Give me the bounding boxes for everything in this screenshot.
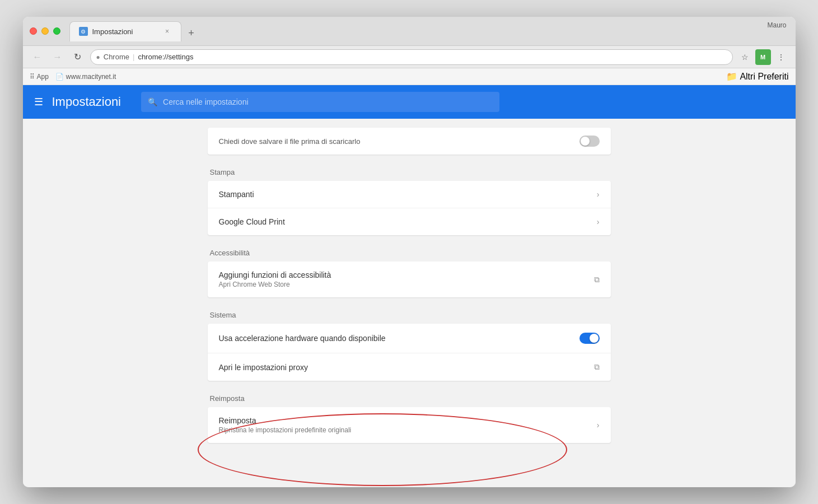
- tab-title: Impostazioni: [92, 27, 158, 36]
- search-icon: 🔍: [148, 97, 157, 106]
- accessibility-item[interactable]: Aggiungi funzioni di accessibilità Apri …: [208, 262, 611, 297]
- menu-button[interactable]: ⋮: [773, 49, 789, 65]
- bookmark-macitynet[interactable]: 📄 www.macitynet.it: [55, 73, 116, 81]
- download-toggle[interactable]: [579, 136, 600, 147]
- reload-button[interactable]: ↻: [70, 49, 86, 65]
- reimposta-sublabel: Ripristina le impostazioni predefinite o…: [219, 426, 352, 434]
- extension-button[interactable]: M: [755, 49, 771, 65]
- accessibility-external-icon: ⧉: [594, 275, 600, 284]
- accessibilita-section-card: Aggiungi funzioni di accessibilità Apri …: [208, 262, 611, 297]
- settings-header: ☰ Impostazioni 🔍 Cerca nelle impostazion…: [23, 85, 796, 119]
- reimposta-text: Reimposta Ripristina le impostazioni pre…: [219, 416, 352, 434]
- bookmark-star-button[interactable]: ☆: [737, 49, 753, 65]
- toolbar: ← → ↻ ● Chrome | chrome://settings ☆ M ⋮: [23, 46, 796, 68]
- browser-window: ⚙ Impostazioni × + Mauro ← → ↻ ● Chrome …: [23, 17, 796, 487]
- bookmark-macitynet-label: www.macitynet.it: [66, 73, 116, 81]
- sistema-section-header: Sistema: [208, 311, 611, 319]
- bookmark-app-label: App: [37, 73, 49, 81]
- address-url: chrome://settings: [138, 53, 726, 61]
- accessibilita-section-header: Accessibilità: [208, 249, 611, 257]
- tab-favicon: ⚙: [79, 27, 88, 36]
- cloud-print-chevron: ›: [597, 217, 600, 226]
- back-button[interactable]: ←: [30, 49, 45, 65]
- settings-content: Chiedi dove salvare il file prima di sca…: [23, 119, 796, 487]
- partial-download-label: Chiedi dove salvare il file prima di sca…: [219, 137, 361, 146]
- forward-button[interactable]: →: [50, 49, 66, 65]
- accessibility-sublabel: Apri Chrome Web Store: [219, 281, 331, 288]
- folder-icon: 📁: [726, 71, 737, 82]
- title-bar: ⚙ Impostazioni × + Mauro: [23, 17, 796, 46]
- sistema-section-card: Usa accelerazione hardware quando dispon…: [208, 324, 611, 381]
- bookmarks-folder[interactable]: 📁 Altri Preferiti: [726, 71, 788, 82]
- address-divider: |: [133, 53, 134, 61]
- proxy-settings-item[interactable]: Apri le impostazioni proxy ⧉: [208, 353, 611, 381]
- stampanti-label: Stampanti: [219, 190, 254, 199]
- address-bar[interactable]: ● Chrome | chrome://settings: [90, 49, 733, 65]
- new-tab-button[interactable]: +: [184, 26, 199, 41]
- stampanti-chevron: ›: [597, 190, 600, 199]
- partial-download-item[interactable]: Chiedi dove salvare il file prima di sca…: [208, 128, 611, 155]
- page-icon: 📄: [55, 73, 64, 81]
- secure-icon: ●: [96, 53, 100, 61]
- hamburger-icon[interactable]: ☰: [34, 96, 43, 108]
- settings-body: Chiedi dove salvare il file prima di sca…: [197, 119, 622, 465]
- reimposta-chevron: ›: [597, 421, 600, 430]
- stampa-section-card: Stampanti › Google Cloud Print ›: [208, 181, 611, 235]
- proxy-external-icon: ⧉: [594, 362, 600, 372]
- minimize-traffic-light[interactable]: [41, 27, 49, 35]
- cloud-print-label: Google Cloud Print: [219, 217, 285, 226]
- reimposta-section-header: Reimposta: [208, 394, 611, 403]
- bookmarks-bar: ⠿ App 📄 www.macitynet.it 📁 Altri Preferi…: [23, 68, 796, 85]
- user-profile-name: Mauro: [767, 21, 786, 29]
- proxy-settings-label: Apri le impostazioni proxy: [219, 363, 308, 372]
- accessibility-text: Aggiungi funzioni di accessibilità Apri …: [219, 270, 331, 288]
- tab-close-button[interactable]: ×: [163, 27, 172, 36]
- settings-search-placeholder: Cerca nelle impostazioni: [163, 97, 249, 106]
- bookmarks-folder-label: Altri Preferiti: [740, 72, 788, 82]
- reimposta-item[interactable]: Reimposta Ripristina le impostazioni pre…: [208, 407, 611, 443]
- stampanti-item[interactable]: Stampanti ›: [208, 181, 611, 208]
- active-tab[interactable]: ⚙ Impostazioni ×: [69, 21, 181, 41]
- traffic-lights: [30, 27, 60, 35]
- hardware-acceleration-item[interactable]: Usa accelerazione hardware quando dispon…: [208, 324, 611, 353]
- settings-page-title: Impostazioni: [52, 95, 121, 109]
- reset-section-wrapper: Reimposta Reimposta Ripristina le impost…: [208, 394, 611, 443]
- hardware-acceleration-toggle[interactable]: [579, 333, 600, 344]
- hardware-acceleration-label: Usa accelerazione hardware quando dispon…: [219, 334, 386, 343]
- tab-area: ⚙ Impostazioni × +: [69, 21, 789, 41]
- stampa-section-header: Stampa: [208, 168, 611, 176]
- toolbar-actions: ☆ M ⋮: [737, 49, 789, 65]
- address-brand: Chrome: [104, 53, 129, 61]
- maximize-traffic-light[interactable]: [53, 27, 60, 35]
- reimposta-label: Reimposta: [219, 416, 352, 425]
- cloud-print-item[interactable]: Google Cloud Print ›: [208, 208, 611, 235]
- apps-icon: ⠿: [30, 73, 35, 81]
- settings-page: ☰ Impostazioni 🔍 Cerca nelle impostazion…: [23, 85, 796, 487]
- settings-search-box[interactable]: 🔍 Cerca nelle impostazioni: [141, 92, 499, 112]
- bookmark-app[interactable]: ⠿ App: [30, 73, 49, 81]
- reimposta-section-card: Reimposta Ripristina le impostazioni pre…: [208, 407, 611, 443]
- close-traffic-light[interactable]: [30, 27, 37, 35]
- accessibility-label: Aggiungi funzioni di accessibilità: [219, 270, 331, 279]
